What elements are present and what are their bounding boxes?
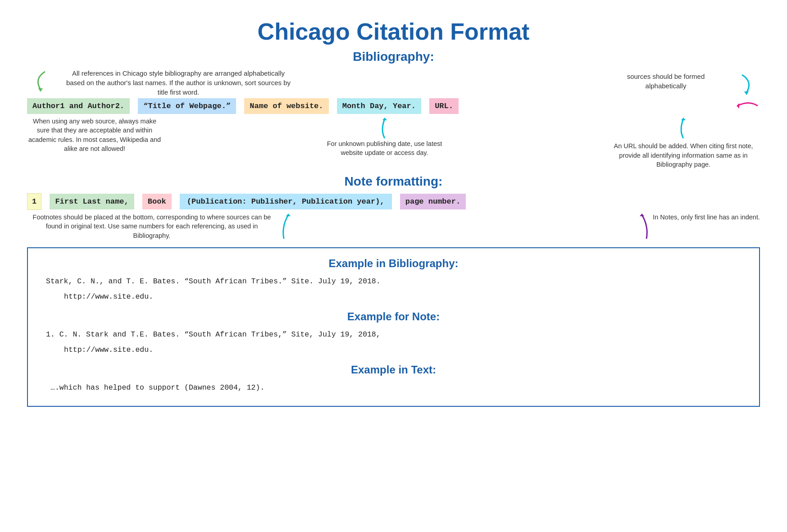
example-bib-line2: http://www.site.edu. (64, 291, 741, 303)
page: Chicago Citation Format Bibliography: Al… (0, 0, 787, 532)
bib-below-right-text: An URL should be added. When citing firs… (607, 141, 760, 169)
note-below-right-text: In Notes, only first line has an indent. (653, 213, 760, 222)
example-note-line2: http://www.site.edu. (64, 344, 741, 356)
note-citation-bar: 1 First Last name, Book (Publication: Pu… (27, 193, 760, 210)
svg-marker-6 (640, 214, 644, 216)
bib-space2 (236, 98, 244, 114)
example-note-line1: 1. C. N. Stark and T.E. Bates. “South Af… (46, 328, 741, 341)
green-arrow-icon (32, 69, 50, 92)
bib-below-mid-text: For unknown publishing date, use latest … (326, 139, 443, 158)
note-book: Book (142, 194, 172, 209)
cyan-arrow-note-icon (279, 213, 297, 240)
svg-marker-5 (286, 214, 291, 216)
svg-marker-4 (681, 118, 686, 120)
example-bib-line1: Stark, C. N., and T. E. Bates. “South Af… (46, 275, 741, 288)
note-publication: (Publication: Publisher, Publication yea… (180, 194, 392, 209)
note-below-left: Footnotes should be placed at the bottom… (27, 213, 297, 240)
bib-space3 (329, 98, 337, 114)
bib-citation-bar: Author1 and Author2. “Title of Webpage.”… (27, 98, 760, 114)
bib-space4 (421, 98, 429, 114)
note-heading: Note formatting: (27, 174, 760, 189)
cyan-arrow-title-icon (376, 117, 394, 139)
bib-url: URL. (429, 98, 459, 114)
bib-title: “Title of Webpage.” (138, 98, 236, 114)
bib-top-left-text: All references in Chicago style bibliogr… (66, 68, 291, 97)
cyan-arrow-url-icon (674, 117, 692, 139)
note-number: 1 (27, 193, 41, 210)
bib-top-left-ann: All references in Chicago style bibliogr… (32, 68, 293, 97)
svg-marker-1 (744, 91, 749, 95)
bib-below-left-text: When using any web source, always make s… (27, 117, 162, 153)
note-below-left-text: Footnotes should be placed at the bottom… (27, 213, 277, 240)
svg-marker-0 (38, 88, 43, 92)
bib-top-right-text: sources should be formed alphabetically (610, 72, 722, 91)
example-text-line1: ….which has helped to support (Dawnes 20… (50, 382, 741, 394)
bib-date: Month Day, Year. (337, 98, 421, 114)
svg-marker-3 (382, 118, 387, 120)
pink-arrow-icon (733, 98, 760, 114)
svg-marker-2 (737, 103, 739, 109)
example-box: Example in Bibliography: Stark, C. N., a… (27, 247, 760, 407)
example-text-title: Example in Text: (46, 364, 741, 376)
example-note-title: Example for Note: (46, 310, 741, 323)
below-bib-annotations: When using any web source, always make s… (27, 117, 760, 169)
main-title: Chicago Citation Format (27, 18, 760, 45)
example-bib-title: Example in Bibliography: (46, 257, 741, 270)
top-annotations: All references in Chicago style bibliogr… (27, 68, 760, 97)
bib-below-left: When using any web source, always make s… (27, 117, 162, 169)
cyan-arrow-icon-top (737, 73, 755, 95)
purple-arrow-note-icon (633, 213, 651, 240)
bib-top-right-ann: sources should be formed alphabetically (593, 72, 755, 97)
below-note-annotations: Footnotes should be placed at the bottom… (27, 213, 760, 240)
bib-website: Name of website. (244, 98, 328, 114)
note-name: First Last name, (50, 194, 134, 209)
note-below-right: In Notes, only first line has an indent. (616, 213, 760, 240)
note-page: page number. (400, 194, 466, 209)
bib-author: Author1 and Author2. (27, 98, 130, 114)
bib-below-right: An URL should be added. When citing firs… (607, 117, 760, 169)
bib-space1 (130, 98, 138, 114)
bib-heading: Bibliography: (27, 50, 760, 64)
